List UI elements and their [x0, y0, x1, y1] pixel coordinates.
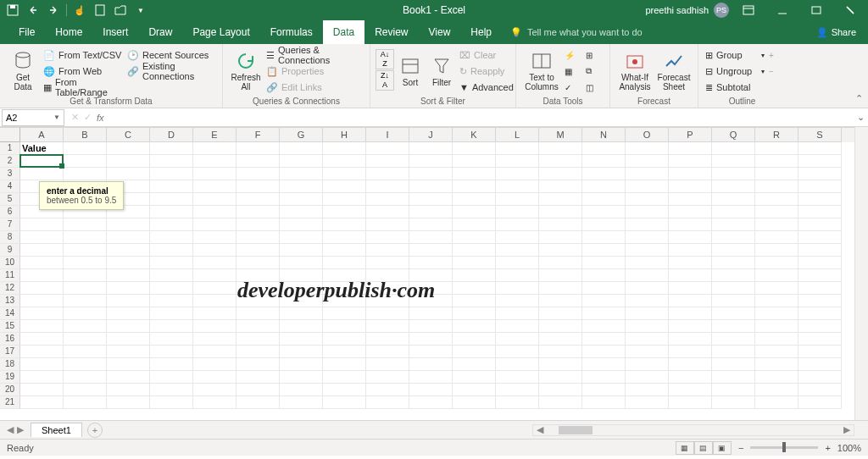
cell-E21[interactable]	[193, 396, 236, 409]
cell-B20[interactable]	[64, 384, 107, 396]
cell-J17[interactable]	[409, 346, 453, 358]
cell-H2[interactable]	[323, 155, 366, 168]
cell-K16[interactable]	[453, 333, 496, 346]
ungroup-button[interactable]: ⊟Ungroup▾	[704, 64, 766, 79]
cell-R4[interactable]	[755, 180, 798, 193]
row-header-1[interactable]: 1	[0, 142, 20, 155]
cell-E8[interactable]	[193, 231, 236, 244]
cell-D6[interactable]	[150, 206, 193, 218]
cell-L12[interactable]	[496, 282, 539, 295]
cell-B16[interactable]	[64, 333, 107, 346]
cell-S13[interactable]	[798, 295, 842, 307]
maximize-icon[interactable]	[802, 1, 831, 19]
cell-L19[interactable]	[496, 371, 539, 384]
column-headers[interactable]: ABCDEFGHIJKLMNOPQRS	[20, 127, 854, 142]
cell-S7[interactable]	[798, 218, 842, 231]
row-header-7[interactable]: 7	[0, 218, 20, 231]
cell-J7[interactable]	[409, 218, 453, 231]
cell-H21[interactable]	[323, 396, 366, 409]
row-headers[interactable]: 123456789101112131415161718192021	[0, 142, 20, 409]
cell-J15[interactable]	[409, 320, 453, 333]
cell-A11[interactable]	[20, 269, 64, 282]
cell-E14[interactable]	[193, 307, 236, 320]
forecast-sheet-button[interactable]: Forecast Sheet	[655, 46, 693, 95]
row-header-9[interactable]: 9	[0, 244, 20, 257]
cell-L1[interactable]	[496, 142, 539, 155]
cell-M4[interactable]	[539, 180, 582, 193]
cell-E5[interactable]	[193, 193, 236, 206]
col-header-F[interactable]: F	[236, 128, 280, 142]
next-sheet-icon[interactable]: ▶	[17, 424, 24, 435]
col-header-S[interactable]: S	[798, 128, 842, 142]
cell-J21[interactable]	[409, 396, 453, 409]
cell-A19[interactable]	[20, 371, 64, 384]
cell-I18[interactable]	[366, 358, 409, 371]
cell-S12[interactable]	[798, 282, 842, 295]
cell-K1[interactable]	[453, 142, 496, 155]
cell-Q2[interactable]	[712, 155, 755, 168]
cell-R14[interactable]	[755, 307, 798, 320]
open-file-icon[interactable]	[111, 1, 130, 19]
cell-Q6[interactable]	[712, 206, 755, 218]
cell-E18[interactable]	[193, 358, 236, 371]
cell-O14[interactable]	[626, 307, 669, 320]
cell-E13[interactable]	[193, 295, 236, 307]
cell-N8[interactable]	[582, 231, 626, 244]
cell-D12[interactable]	[150, 282, 193, 295]
cell-M14[interactable]	[539, 307, 582, 320]
formula-input[interactable]	[111, 109, 853, 126]
cell-N6[interactable]	[582, 206, 626, 218]
col-header-K[interactable]: K	[453, 128, 496, 142]
cell-G3[interactable]	[280, 168, 323, 180]
cell-L17[interactable]	[496, 346, 539, 358]
row-header-21[interactable]: 21	[0, 396, 20, 409]
cell-M19[interactable]	[539, 371, 582, 384]
cell-S1[interactable]	[798, 142, 842, 155]
cell-F7[interactable]	[236, 218, 280, 231]
cell-N4[interactable]	[582, 180, 626, 193]
cell-R3[interactable]	[755, 168, 798, 180]
cell-C16[interactable]	[107, 333, 150, 346]
col-header-I[interactable]: I	[366, 128, 409, 142]
cell-R20[interactable]	[755, 384, 798, 396]
cell-L14[interactable]	[496, 307, 539, 320]
cell-B3[interactable]	[64, 168, 107, 180]
cell-H15[interactable]	[323, 320, 366, 333]
cell-S3[interactable]	[798, 168, 842, 180]
zoom-out-button[interactable]: −	[738, 443, 743, 453]
cell-N20[interactable]	[582, 384, 626, 396]
cell-D14[interactable]	[150, 307, 193, 320]
from-text-csv-button[interactable]: 📄From Text/CSV	[42, 47, 125, 63]
col-header-R[interactable]: R	[755, 128, 798, 142]
cell-A16[interactable]	[20, 333, 64, 346]
cell-I16[interactable]	[366, 333, 409, 346]
cell-L2[interactable]	[496, 155, 539, 168]
cell-K15[interactable]	[453, 320, 496, 333]
cell-M7[interactable]	[539, 218, 582, 231]
cell-M15[interactable]	[539, 320, 582, 333]
cell-O8[interactable]	[626, 231, 669, 244]
tab-review[interactable]: Review	[364, 20, 418, 44]
cell-S2[interactable]	[798, 155, 842, 168]
cell-H17[interactable]	[323, 346, 366, 358]
cell-Q17[interactable]	[712, 346, 755, 358]
cell-I21[interactable]	[366, 396, 409, 409]
user-name[interactable]: preethi sadhish	[645, 5, 709, 15]
zoom-slider[interactable]	[750, 446, 818, 449]
cell-J4[interactable]	[409, 180, 453, 193]
cell-O20[interactable]	[626, 384, 669, 396]
cell-N3[interactable]	[582, 168, 626, 180]
cell-K20[interactable]	[453, 384, 496, 396]
cell-N1[interactable]	[582, 142, 626, 155]
cell-D21[interactable]	[150, 396, 193, 409]
cell-J6[interactable]	[409, 206, 453, 218]
cell-M11[interactable]	[539, 269, 582, 282]
cell-B12[interactable]	[64, 282, 107, 295]
cell-E4[interactable]	[193, 180, 236, 193]
cell-I7[interactable]	[366, 218, 409, 231]
cell-C13[interactable]	[107, 295, 150, 307]
cell-A20[interactable]	[20, 384, 64, 396]
col-header-N[interactable]: N	[582, 128, 626, 142]
col-header-O[interactable]: O	[626, 128, 669, 142]
ribbon-display-icon[interactable]	[734, 1, 763, 19]
